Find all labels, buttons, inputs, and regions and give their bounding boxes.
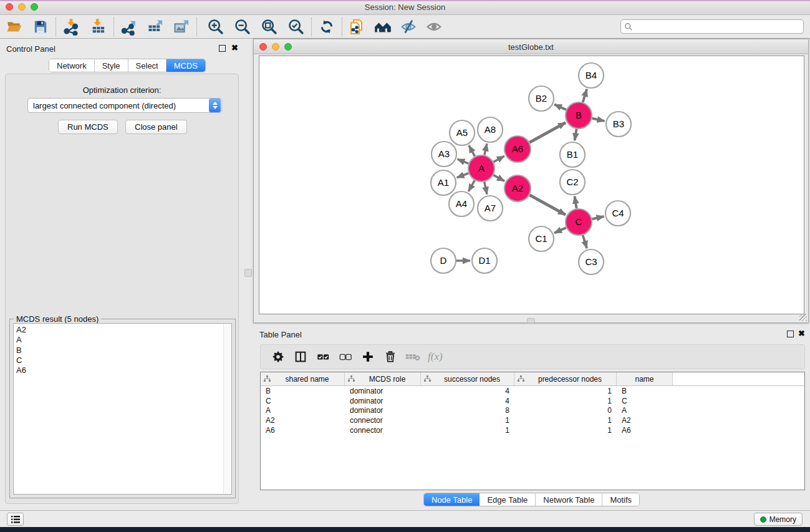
tab-mcds[interactable]: MCDS xyxy=(166,59,205,72)
memory-button[interactable]: Memory xyxy=(754,513,803,526)
window-resize-grip[interactable] xyxy=(799,314,807,321)
save-session-button[interactable] xyxy=(30,17,51,37)
function-builder-icon[interactable]: f(x) xyxy=(428,351,443,363)
hide-selected-button[interactable] xyxy=(398,17,419,37)
first-neighbors-button[interactable] xyxy=(372,17,393,37)
graph-edge-B-B4[interactable] xyxy=(583,89,587,102)
show-all-button[interactable] xyxy=(423,17,445,37)
result-list-item[interactable]: A6 xyxy=(16,365,231,375)
task-history-button[interactable] xyxy=(7,513,24,526)
tab-select[interactable]: Select xyxy=(128,59,166,72)
graph-node-C2[interactable]: C2 xyxy=(560,170,585,195)
export-network-button[interactable] xyxy=(118,17,140,37)
graph-node-C1[interactable]: C1 xyxy=(529,226,554,251)
zoom-selected-button[interactable] xyxy=(286,17,307,37)
column-header-predecessor-nodes[interactable]: predecessor nodes xyxy=(514,372,617,385)
tab-edge-table[interactable]: Edge Table xyxy=(480,493,536,506)
table-row[interactable]: A6connector11A6 xyxy=(261,425,804,435)
export-table-button[interactable] xyxy=(145,17,166,37)
graph-edge-C-C2[interactable] xyxy=(575,196,577,209)
add-column-button[interactable] xyxy=(357,346,379,367)
graph-edge-B-B2[interactable] xyxy=(554,104,566,110)
tab-network[interactable]: Network xyxy=(49,59,95,72)
select-all-button[interactable] xyxy=(312,346,334,367)
graph-node-C4[interactable]: C4 xyxy=(605,201,630,226)
column-header-shared-name[interactable]: shared name xyxy=(261,372,345,385)
tab-motifs[interactable]: Motifs xyxy=(602,493,639,506)
export-image-button[interactable] xyxy=(171,17,192,37)
result-list-scrollbar[interactable] xyxy=(223,324,231,494)
close-panel-icon[interactable]: ✖ xyxy=(231,43,238,52)
graph-edge-A-A4[interactable] xyxy=(468,180,475,191)
graph-edge-A-A1[interactable] xyxy=(457,173,469,178)
result-list-item[interactable]: C xyxy=(16,355,231,365)
vertical-splitter-handle[interactable] xyxy=(244,269,252,277)
graph-edge-A-A8[interactable] xyxy=(485,143,487,155)
result-list-item[interactable]: B xyxy=(16,346,231,355)
close-panel-icon[interactable]: ✖ xyxy=(798,329,805,338)
show-column-button[interactable] xyxy=(289,346,312,367)
float-panel-icon[interactable] xyxy=(219,45,226,52)
import-table-button[interactable] xyxy=(88,17,109,37)
close-panel-button[interactable]: Close panel xyxy=(125,120,187,134)
graph-edge-C-C1[interactable] xyxy=(554,228,566,233)
graph-node-A[interactable]: A xyxy=(468,155,494,181)
result-list-item[interactable]: A2 xyxy=(16,325,231,335)
result-list-item[interactable]: A xyxy=(16,335,231,345)
graph-node-A1[interactable]: A1 xyxy=(431,170,456,195)
float-panel-icon[interactable] xyxy=(787,331,794,337)
graph-node-A3[interactable]: A3 xyxy=(432,142,456,167)
column-header-MCDS-role[interactable]: MCDS role xyxy=(345,372,421,385)
tab-network-table[interactable]: Network Table xyxy=(536,493,602,506)
refresh-button[interactable] xyxy=(316,17,337,37)
table-row[interactable]: A2connector11A2 xyxy=(261,415,804,425)
graph-node-D[interactable]: D xyxy=(431,248,456,273)
graph-node-B4[interactable]: B4 xyxy=(579,63,604,88)
graph-node-C3[interactable]: C3 xyxy=(579,249,604,274)
delete-table-button[interactable] xyxy=(402,346,424,367)
graph-node-A5[interactable]: A5 xyxy=(450,120,475,145)
import-network-button[interactable] xyxy=(60,17,82,37)
graph-node-A6[interactable]: A6 xyxy=(504,136,531,162)
graph-node-D1[interactable]: D1 xyxy=(472,248,497,273)
graph-edge-B-B3[interactable] xyxy=(592,118,604,121)
zoom-in-button[interactable] xyxy=(205,17,226,37)
optimization-criterion-select[interactable]: largest connected component (directed) xyxy=(27,98,222,113)
table-row[interactable]: Cdominator41C xyxy=(261,396,804,406)
network-graph[interactable]: AA1A2A3A4A5A6A7A8BB1B2B3B4CC1C2C3C4DD1 xyxy=(254,39,809,324)
graph-node-A4[interactable]: A4 xyxy=(449,191,474,216)
graph-node-A7[interactable]: A7 xyxy=(478,196,503,221)
graph-node-B3[interactable]: B3 xyxy=(606,112,631,137)
column-header-successor-nodes[interactable]: successor nodes xyxy=(421,372,514,385)
graph-edge-A2-C[interactable] xyxy=(529,195,566,215)
zoom-out-button[interactable] xyxy=(232,17,253,37)
graph-node-B1[interactable]: B1 xyxy=(560,142,585,167)
graph-edge-C-C3[interactable] xyxy=(583,235,587,248)
graph-edge-B-B1[interactable] xyxy=(575,129,577,141)
open-session-button[interactable] xyxy=(4,17,25,37)
search-field[interactable] xyxy=(620,19,804,34)
network-view-window[interactable]: testGlobe.txt AA1A2A3A4A5A6A7A8BB1B2B3B4… xyxy=(253,39,809,323)
tab-style[interactable]: Style xyxy=(95,59,128,72)
table-row[interactable]: Bdominator41B xyxy=(261,386,804,396)
search-input[interactable] xyxy=(633,20,803,33)
zoom-fit-button[interactable] xyxy=(259,17,280,37)
graph-edge-A-A5[interactable] xyxy=(469,145,475,156)
node-table[interactable]: shared nameMCDS rolesuccessor nodesprede… xyxy=(260,372,805,490)
new-network-from-selection-button[interactable] xyxy=(347,17,368,37)
graph-node-C[interactable]: C xyxy=(566,209,592,235)
tab-node-table[interactable]: Node Table xyxy=(424,493,480,506)
graph-node-B[interactable]: B xyxy=(566,102,592,128)
delete-column-button[interactable] xyxy=(379,346,402,367)
graph-node-A2[interactable]: A2 xyxy=(504,175,531,201)
graph-edge-A-A6[interactable] xyxy=(493,156,504,162)
graph-edge-A6-B[interactable] xyxy=(529,123,566,143)
table-row[interactable]: Adominator80A xyxy=(261,406,804,416)
graph-edge-A-A2[interactable] xyxy=(493,175,504,181)
table-options-button[interactable] xyxy=(267,346,289,367)
column-header-name[interactable]: name xyxy=(617,372,673,385)
graph-edge-A-A7[interactable] xyxy=(485,181,487,194)
run-mcds-button[interactable]: Run MCDS xyxy=(58,120,118,134)
graph-edge-C-C4[interactable] xyxy=(592,216,604,219)
deselect-all-button[interactable] xyxy=(334,346,357,367)
